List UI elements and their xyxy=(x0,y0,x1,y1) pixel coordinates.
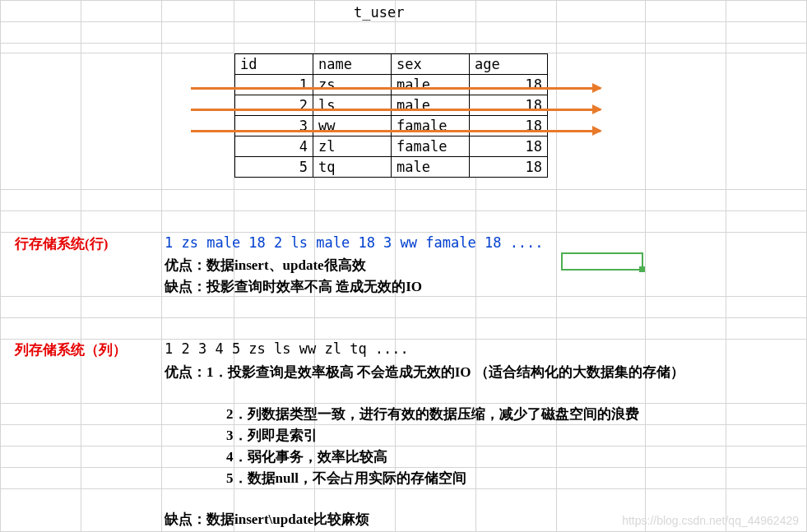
table-title: t_user xyxy=(354,4,404,21)
cell-sex: male xyxy=(392,75,470,95)
table-row: 5 tq male 18 xyxy=(235,157,548,178)
table-row: 4 zl famale 18 xyxy=(235,136,548,157)
cell-id: 2 xyxy=(235,95,313,116)
watermark: https://blog.csdn.net/qq_44962429 xyxy=(622,514,799,527)
cell-sex: famale xyxy=(392,116,470,136)
cell-id: 3 xyxy=(235,116,313,136)
cell-sex: male xyxy=(392,157,470,178)
cell-id: 1 xyxy=(235,75,313,95)
col-store-advantage-5: 5．数据null，不会占用实际的存储空间 xyxy=(226,469,466,488)
cell-name: tq xyxy=(313,157,392,178)
table-row: 2 ls male 18 xyxy=(235,95,548,116)
col-age: age xyxy=(470,54,548,75)
cell-id: 4 xyxy=(235,136,313,157)
cell-name: ww xyxy=(313,116,392,136)
row-store-advantage: 优点：数据insert、update很高效 xyxy=(165,256,366,275)
row-store-title: 行存储系统(行) xyxy=(15,234,108,253)
cell-age: 18 xyxy=(470,95,548,116)
cell-id: 5 xyxy=(235,157,313,178)
cell-age: 18 xyxy=(470,136,548,157)
cell-name: ls xyxy=(313,95,392,116)
active-cell-cursor[interactable] xyxy=(561,252,643,271)
col-store-disadvantage: 缺点：数据insert\update比较麻烦 xyxy=(165,510,369,529)
cell-name: zl xyxy=(313,136,392,157)
col-id: id xyxy=(235,54,313,75)
cell-age: 18 xyxy=(470,157,548,178)
row-store-disadvantage: 缺点：投影查询时效率不高 造成无效的IO xyxy=(165,277,422,296)
cell-name: zs xyxy=(313,75,392,95)
col-store-advantage-2: 2．列数据类型一致，进行有效的数据压缩，减少了磁盘空间的浪费 xyxy=(226,405,802,423)
row-store-data: 1 zs male 18 2 ls male 18 3 ww famale 18… xyxy=(165,234,544,251)
col-store-title: 列存储系统（列） xyxy=(15,340,127,359)
table-header-row: id name sex age xyxy=(235,54,548,75)
arrow-icon xyxy=(191,87,601,90)
user-table: id name sex age 1 zs male 18 2 ls male 1… xyxy=(234,53,548,178)
cell-sex: famale xyxy=(392,136,470,157)
table-row: 3 ww famale 18 xyxy=(235,116,548,136)
col-store-advantage-4: 4．弱化事务，效率比较高 xyxy=(226,447,387,466)
col-store-advantage-3: 3．列即是索引 xyxy=(226,426,318,445)
arrow-icon xyxy=(191,130,601,132)
col-sex: sex xyxy=(392,54,470,75)
cell-sex: male xyxy=(392,95,470,116)
col-name: name xyxy=(313,54,392,75)
cell-age: 18 xyxy=(470,116,548,136)
col-store-data: 1 2 3 4 5 zs ls ww zl tq .... xyxy=(165,340,409,357)
cell-age: 18 xyxy=(470,75,548,95)
arrow-icon xyxy=(191,109,601,111)
col-store-advantage-1: 优点：1．投影查询是效率极高 不会造成无效的IO （适合结构化的大数据集的存储） xyxy=(165,362,790,383)
table-row: 1 zs male 18 xyxy=(235,75,548,95)
